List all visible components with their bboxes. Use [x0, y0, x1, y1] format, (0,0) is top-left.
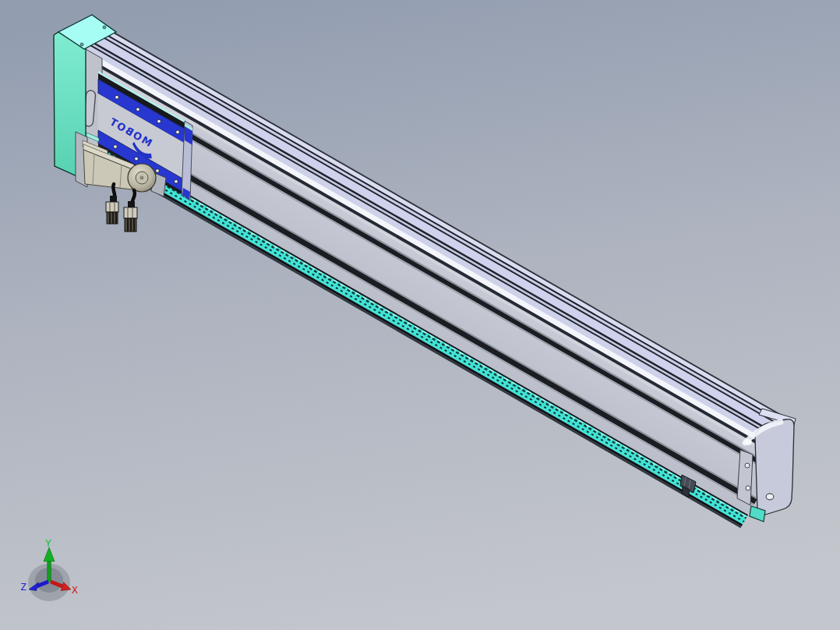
- strip-screw: [135, 157, 139, 161]
- strip-screw: [115, 95, 119, 99]
- end-cap-face: [755, 419, 794, 516]
- end-cap-corner-glint: [744, 439, 752, 445]
- axis-y-label: Y: [45, 537, 51, 549]
- strip-screw: [114, 145, 118, 149]
- cad-viewport[interactable]: MOBOT: [0, 0, 840, 630]
- connector-body: [124, 207, 137, 218]
- axis-y-shaft: [48, 560, 51, 582]
- end-plate-screw: [80, 43, 83, 46]
- end-cap-hole: [766, 494, 774, 500]
- strip-screw: [156, 169, 160, 173]
- panel-hole: [746, 486, 750, 490]
- axis-z-label: Z: [20, 581, 26, 593]
- strip-screw: [157, 119, 161, 123]
- end-side-panel: [737, 450, 753, 505]
- strip-screw: [136, 108, 140, 111]
- viewport-canvas[interactable]: MOBOT: [0, 0, 840, 630]
- connector-body: [106, 202, 118, 212]
- axis-x-label: X: [72, 584, 78, 596]
- motor-shaft: [140, 176, 144, 180]
- end-plate-screw: [103, 26, 106, 29]
- strip-screw: [176, 130, 180, 134]
- panel-hole: [745, 463, 750, 468]
- strip-screw: [175, 180, 178, 184]
